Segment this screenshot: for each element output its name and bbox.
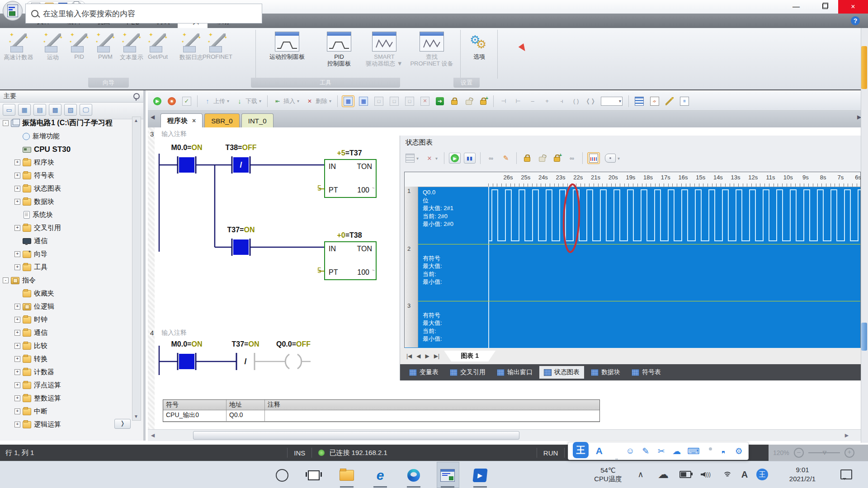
volume-icon[interactable]: ))): [698, 461, 713, 488]
ton-timer-box[interactable]: INTONPT100~: [324, 241, 377, 280]
zoom-slider-thumb[interactable]: ▽: [823, 450, 826, 455]
ime-mode-icon[interactable]: A: [738, 461, 751, 488]
tree-item-程序块[interactable]: +程序块: [0, 156, 134, 169]
wizard-数据日志[interactable]: ✦✦✦数据日志: [176, 32, 206, 61]
dock-tab-符号表[interactable]: 符号表: [627, 366, 665, 379]
zoom-out-icon[interactable]: –: [794, 448, 804, 458]
run-button[interactable]: ▶: [151, 96, 163, 107]
tree-item-交叉引用[interactable]: +交叉引用: [0, 221, 134, 235]
trend-edit-button[interactable]: ᨀ: [648, 95, 661, 107]
nav-first-icon[interactable]: |◀: [406, 353, 412, 359]
right-scrollbar[interactable]: [861, 28, 868, 443]
wizard-运动[interactable]: ✦✦✦运动: [38, 32, 68, 61]
symbol-table-row[interactable]: CPU_输出0 Q0.0: [163, 410, 599, 422]
chart-run-button[interactable]: ▶: [449, 153, 461, 164]
wifi-icon[interactable]: [720, 461, 735, 488]
wizard-高速计数器[interactable]: ✦✦✦高速计数器: [4, 32, 33, 61]
branch-up-tool[interactable]: ⊣: [498, 96, 509, 107]
goto-button[interactable]: ➔: [434, 96, 446, 107]
network-comment[interactable]: 输入注释: [161, 130, 187, 138]
tree-item-工具[interactable]: +工具: [0, 261, 134, 274]
symbol-table[interactable]: 符号 地址 注释 CPU_输出0 Q0.0: [163, 399, 600, 422]
chart-tab-1[interactable]: 图表 1: [444, 351, 495, 361]
contact-tool[interactable]: ⫞: [556, 96, 567, 107]
close-button[interactable]: ×: [838, 0, 868, 14]
tree-collapse-button[interactable]: ❭: [114, 419, 131, 429]
tree-item-位逻辑[interactable]: +位逻辑: [0, 300, 134, 313]
compile-button[interactable]: ✓: [180, 95, 193, 107]
dock-tab-数据块[interactable]: 数据块: [586, 366, 625, 379]
grid-icon[interactable]: ▩: [49, 104, 61, 116]
tree-item-时钟[interactable]: +时钟: [0, 313, 134, 326]
internet-explorer-icon[interactable]: e: [369, 465, 391, 485]
expand-icon[interactable]: +: [14, 160, 20, 165]
wizard-Get/Put[interactable]: ✦✦✦Get/Put: [143, 32, 173, 60]
ton-timer-box[interactable]: INTONPT100~: [324, 159, 377, 198]
monitor-icon[interactable]: 🖵: [80, 104, 92, 116]
wizard-quick-button[interactable]: [664, 96, 675, 107]
scissors-icon[interactable]: ✂: [656, 446, 666, 456]
tag-button[interactable]: ▾: [603, 152, 622, 164]
task-view-button[interactable]: [303, 465, 325, 485]
unforce-lock-button[interactable]: [463, 96, 475, 107]
coil-tool[interactable]: ( ): [570, 96, 582, 107]
junction-tool[interactable]: +: [541, 96, 553, 107]
tab-scroll-left-icon[interactable]: ◀: [151, 114, 155, 120]
row-label[interactable]: 有符号 最大值: 当前: 最小值:: [418, 301, 488, 347]
tab-INT_0[interactable]: INT_0: [241, 113, 274, 127]
wizard-PWM[interactable]: ✦✦✦PWM: [90, 32, 120, 60]
expand-icon[interactable]: +: [14, 343, 20, 349]
tab-程序块[interactable]: 程序块×: [160, 113, 203, 127]
sheet-button[interactable]: ≡: [678, 95, 691, 107]
row-label[interactable]: Q0.0 位 最大值: 2#1 当前: 2#0 最小值: 2#0: [418, 187, 488, 244]
nav-prev-icon[interactable]: ◀: [416, 353, 420, 359]
dock-tab-变量表[interactable]: 变量表: [405, 366, 443, 379]
keyboard-icon[interactable]: ⌨: [687, 446, 697, 456]
tree-item-新增功能[interactable]: 新增功能: [0, 130, 134, 143]
tree-item-收藏夹[interactable]: 收藏夹: [0, 287, 134, 300]
tab-close-icon[interactable]: ×: [192, 117, 196, 124]
tray-chevron-icon[interactable]: ∧: [634, 461, 647, 488]
expand-icon[interactable]: +: [14, 225, 20, 231]
tree-item-数据块[interactable]: +数据块: [0, 195, 134, 208]
symbol-grid-button[interactable]: ▦: [357, 95, 370, 107]
tree-item-逻辑运算[interactable]: +逻辑运算: [0, 418, 134, 430]
unforce-button[interactable]: [536, 153, 548, 164]
branch-down-tool[interactable]: ⊢: [512, 96, 524, 107]
pin-icon[interactable]: [133, 93, 140, 99]
tree-item-中断[interactable]: +中断: [0, 405, 134, 418]
chart-pause-button[interactable]: ▮▮: [464, 153, 476, 164]
scrollbar-thumb-blue[interactable]: [861, 323, 867, 351]
force-add-button[interactable]: [477, 96, 489, 107]
tree-item-符号表[interactable]: +符号表: [0, 169, 134, 182]
onedrive-cloud-icon[interactable]: ☁: [656, 461, 671, 488]
clipboard-icon[interactable]: ▤: [33, 104, 46, 116]
expand-icon[interactable]: +: [14, 199, 20, 205]
tree-item-振荡电路1 (C:\西门子学习程[interactable]: -振荡电路1 (C:\西门子学习程: [0, 117, 134, 130]
next-bookmark-button[interactable]: □: [403, 95, 416, 107]
prev-bookmark-button[interactable]: □: [388, 95, 401, 107]
trend-chart[interactable]: 26s25s24s23s22s21s20s19s18s17s16s15s14s1…: [404, 172, 861, 349]
tab-SBR_0[interactable]: SBR_0: [204, 113, 240, 127]
action-center-icon[interactable]: [837, 461, 855, 488]
expand-icon[interactable]: +: [14, 251, 20, 257]
cpu-temp-widget[interactable]: 54℃ CPU温度: [588, 461, 628, 488]
clock-widget[interactable]: 9:01 2021/2/1: [778, 461, 827, 488]
edge-icon[interactable]: [403, 465, 425, 485]
force-button[interactable]: [521, 153, 533, 164]
tree-item-比较[interactable]: +比较: [0, 339, 134, 352]
movies-app-icon[interactable]: ▶: [469, 465, 491, 485]
element-combo[interactable]: ▾: [599, 95, 624, 107]
tree-item-向导[interactable]: +向导: [0, 248, 134, 261]
tree-item-通信[interactable]: 通信: [0, 235, 134, 248]
tree-item-计数器[interactable]: +计数器: [0, 366, 134, 379]
hscroll-right-icon[interactable]: ▶: [842, 432, 852, 438]
row-label[interactable]: 有符号 最大值: 当前: 最小值:: [418, 244, 488, 301]
write-button[interactable]: ✎: [500, 153, 512, 164]
program-grid-button[interactable]: ▦: [342, 95, 354, 107]
tree-item-系统块[interactable]: 系统块: [0, 208, 134, 221]
minimize-button[interactable]: —: [782, 0, 810, 14]
message-icon[interactable]: ▧: [64, 104, 77, 116]
collapse-icon[interactable]: -: [3, 277, 9, 283]
expand-icon[interactable]: +: [14, 382, 20, 388]
